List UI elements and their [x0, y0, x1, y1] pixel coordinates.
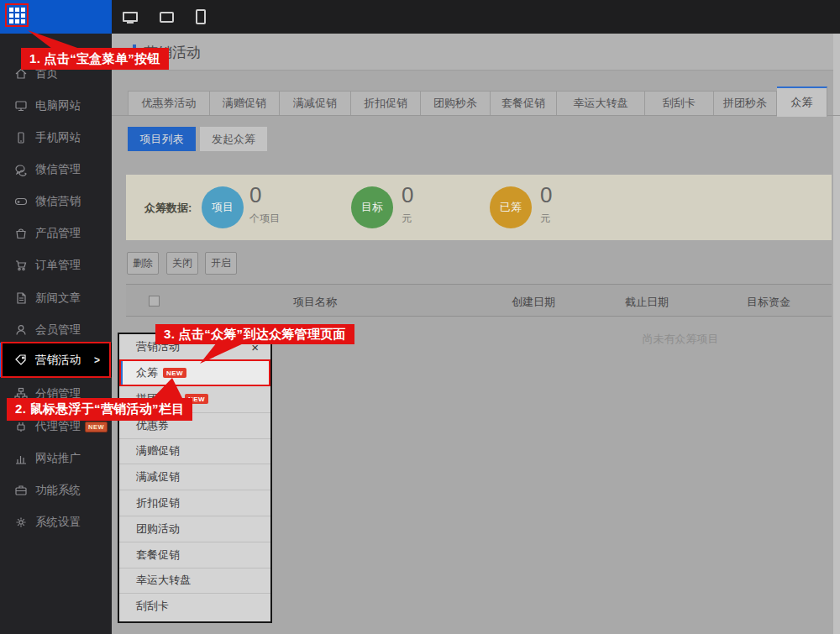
- sidebar-item-member-management[interactable]: 会员管理: [0, 314, 112, 346]
- sidebar-item-product-management[interactable]: 产品管理: [0, 217, 112, 249]
- scrollbar-track[interactable]: [833, 34, 840, 634]
- sidebar-item-label: 代理管理: [35, 419, 81, 434]
- target-amount-value: 0: [402, 182, 413, 208]
- tab-lucky-wheel[interactable]: 幸运大转盘: [557, 91, 645, 115]
- marketing-flyout-menu: 营销活动 × 众筹 NEW 拼团秒杀 NEW 优惠券 满赠促销 满减促销 折扣促…: [118, 333, 272, 623]
- subtab-start-crowdfunding[interactable]: 发起众筹: [200, 127, 267, 151]
- column-create-date: 创建日期: [512, 295, 555, 310]
- tab-full-reduce-promo[interactable]: 满减促销: [280, 91, 351, 115]
- treasure-menu-button[interactable]: [0, 0, 112, 34]
- table-header-row: 项目名称 创建日期 截止日期 目标资金: [126, 284, 832, 317]
- column-end-date: 截止日期: [625, 295, 669, 310]
- tab-group-seckill[interactable]: 团购秒杀: [421, 91, 491, 115]
- callout-step-1: 1. 点击“宝盒菜单”按钮: [21, 48, 169, 70]
- sidebar-item-label: 订单管理: [35, 258, 81, 273]
- flyout-item-lucky-wheel[interactable]: 幸运大转盘: [119, 568, 270, 594]
- sidebar-item-label: 手机网站: [35, 130, 81, 145]
- desktop-preview-icon[interactable]: [123, 12, 138, 22]
- briefcase-icon: [14, 484, 28, 497]
- sidebar-item-site-promotion[interactable]: 网站推广: [0, 443, 112, 474]
- screen: 首页 电脑网站 手机网站 微信管理 微信营销 产品管理 订单管理 新闻文章: [0, 0, 840, 634]
- tab-label: 套餐促销: [501, 96, 545, 111]
- sidebar-item-label: 电脑网站: [35, 98, 81, 113]
- flyout-item-crowdfunding[interactable]: 众筹 NEW: [119, 359, 270, 386]
- sidebar-item-marketing-activities[interactable]: 营销活动 >: [0, 343, 112, 377]
- chat-icon: [14, 163, 28, 176]
- desktop-icon: [14, 99, 28, 113]
- column-project-name: 项目名称: [293, 295, 337, 310]
- tab-label: 刮刮卡: [663, 96, 696, 111]
- sidebar-item-label: 网站推广: [35, 451, 81, 466]
- flyout-item-label: 满赠促销: [136, 443, 180, 458]
- callout-step-2: 2. 鼠标悬浮于“营销活动”栏目: [7, 398, 192, 421]
- flyout-item-label: 满减促销: [136, 469, 180, 485]
- raised-amount-value: 0: [540, 182, 552, 208]
- tablet-preview-icon[interactable]: [160, 12, 174, 23]
- flyout-item-full-reduce[interactable]: 满减促销: [119, 464, 270, 490]
- flyout-item-label: 折扣促销: [136, 495, 180, 511]
- select-all-checkbox[interactable]: [149, 296, 160, 307]
- sidebar-item-order-management[interactable]: 订单管理: [0, 249, 112, 281]
- gear-icon: [14, 516, 28, 529]
- open-button[interactable]: 开启: [205, 252, 237, 275]
- sidebar-item-wechat-management[interactable]: 微信管理: [0, 154, 112, 186]
- flyout-item-discount[interactable]: 折扣促销: [119, 490, 270, 516]
- bag-icon: [14, 227, 28, 240]
- sidebar-item-function-system[interactable]: 功能系统: [0, 474, 112, 506]
- sidebar-item-wechat-marketing[interactable]: 微信营销: [0, 186, 112, 217]
- delete-button[interactable]: 删除: [127, 252, 159, 275]
- column-target-funds: 目标资金: [747, 295, 790, 310]
- tab-package-promo[interactable]: 套餐促销: [491, 91, 557, 115]
- tab-label: 众筹: [791, 95, 813, 110]
- sidebar-item-mobile-site[interactable]: 手机网站: [0, 122, 112, 154]
- sidebar-item-label: 会员管理: [35, 322, 81, 338]
- raised-amount-unit: 元: [540, 212, 550, 226]
- sidebar-item-label: 产品管理: [35, 226, 81, 241]
- flyout-item-full-gift[interactable]: 满赠促销: [119, 438, 270, 464]
- treasure-grid-icon[interactable]: [8, 7, 27, 25]
- tab-label: 满减促销: [293, 96, 337, 111]
- sidebar-item-news-articles[interactable]: 新闻文章: [0, 282, 112, 314]
- crowdfunding-stats-bar: 众筹数据: 项目 0 个项目 目标 0 元 已筹 0 元: [126, 175, 832, 240]
- flyout-item-group-buy[interactable]: 团购活动: [119, 516, 270, 542]
- phone-preview-icon[interactable]: [196, 9, 206, 24]
- flyout-item-label: 团购活动: [136, 521, 180, 537]
- circle-label: 已筹: [500, 200, 522, 215]
- tab-label: 幸运大转盘: [574, 96, 628, 111]
- tab-label: 满赠促销: [223, 96, 266, 111]
- tab-pin-group-seckill[interactable]: 拼团秒杀: [714, 91, 777, 115]
- tab-scratch-card[interactable]: 刮刮卡: [645, 91, 714, 115]
- sidebar-item-label: 微信营销: [35, 194, 81, 209]
- chevron-right-icon: >: [94, 354, 100, 366]
- sidebar-item-pc-site[interactable]: 电脑网站: [0, 90, 112, 122]
- empty-state-message: 尚未有众筹项目: [643, 332, 719, 347]
- flyout-item-scratch-card[interactable]: 刮刮卡: [119, 593, 270, 619]
- page-header: 营销活动: [112, 34, 840, 71]
- tab-discount-promo[interactable]: 折扣促销: [351, 91, 421, 115]
- tab-label: 拼团秒杀: [723, 96, 767, 111]
- phone-icon: [14, 131, 28, 144]
- target-amount-circle: 目标: [351, 186, 393, 228]
- subtab-project-list[interactable]: 项目列表: [128, 127, 196, 151]
- callout-step-3: 3. 点击“众筹”到达众筹管理页面: [155, 324, 354, 344]
- sidebar-item-label: 营销活动: [35, 353, 81, 368]
- flyout-item-label: 众筹: [136, 365, 158, 380]
- close-button[interactable]: 关闭: [166, 252, 198, 275]
- subtab-label: 项目列表: [140, 132, 184, 147]
- sidebar-item-label: 系统设置: [35, 515, 81, 530]
- tab-label: 优惠券活动: [142, 96, 197, 111]
- tab-coupon-activity[interactable]: 优惠券活动: [128, 91, 210, 115]
- flyout-item-label: 套餐促销: [136, 548, 180, 563]
- tab-crowdfunding[interactable]: 众筹: [777, 86, 827, 117]
- topbar: [0, 0, 840, 34]
- flyout-item-package[interactable]: 套餐促销: [119, 542, 270, 568]
- sidebar-item-system-settings[interactable]: 系统设置: [0, 506, 112, 538]
- subtab-label: 发起众筹: [212, 132, 255, 147]
- project-count-unit: 个项目: [249, 212, 280, 226]
- plug-icon: [14, 420, 28, 433]
- flyout-item-label: 幸运大转盘: [136, 573, 191, 588]
- flyout-item-label: 刮刮卡: [136, 599, 169, 614]
- cart-icon: [14, 259, 28, 272]
- tab-full-gift-promo[interactable]: 满赠促销: [210, 91, 280, 115]
- sidebar-item-label: 功能系统: [35, 483, 81, 498]
